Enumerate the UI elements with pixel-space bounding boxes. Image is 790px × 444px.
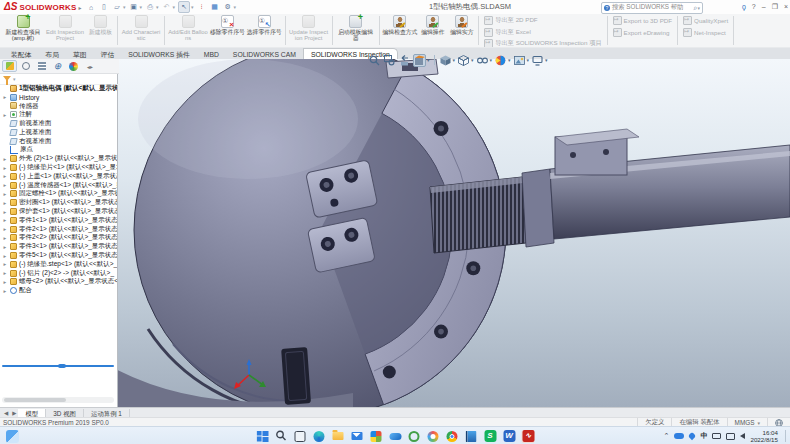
tab-scroll-right-icon[interactable]: ▶	[10, 410, 18, 416]
touch-keyboard-icon[interactable]	[712, 433, 721, 439]
options-caret-icon[interactable]: ▾	[234, 4, 237, 10]
display-style-icon[interactable]	[457, 54, 470, 67]
expand-arrow-icon[interactable]: ▸	[2, 244, 8, 250]
open-caret-icon[interactable]: ▾	[123, 4, 126, 10]
view-settings-icon[interactable]	[531, 54, 544, 67]
reader-icon[interactable]	[465, 430, 478, 443]
ribbon-button-edit-actual[interactable]: 编辑实方	[447, 14, 476, 47]
apply-scene-icon[interactable]	[513, 54, 526, 67]
tree-item[interactable]: ▸零件2<1> (默认<<默认>_显示状态<	[0, 225, 117, 234]
expand-arrow-icon[interactable]: ▸	[2, 191, 8, 197]
expand-arrow-icon[interactable]: ▸	[2, 288, 8, 294]
tree-item[interactable]: ▸外壳 (2)<1> (默认<<默认>_显示状态	[0, 154, 117, 163]
ribbon-button-edit-operations[interactable]: 编辑操作	[418, 14, 447, 47]
ribbon-button-edit-inspection-methods[interactable]: 编辑检查方式	[382, 14, 419, 47]
expand-arrow-icon[interactable]: ▸	[2, 217, 8, 223]
select-arrow-icon[interactable]: ↖	[178, 1, 190, 13]
search-icon[interactable]	[275, 430, 288, 443]
edit-appearance-icon[interactable]	[494, 54, 507, 67]
ribbon-button-remove-balloons[interactable]: 移除零件序号	[209, 14, 246, 47]
edge-icon[interactable]	[313, 430, 326, 443]
tree-item[interactable]: ▸(-) 温度传感器<1> (默认<<默认>_显	[0, 181, 117, 190]
graphics-viewport[interactable]: 35 %	[118, 59, 790, 407]
ribbon-button-launch-template-editor[interactable]: 启动模板编辑器	[335, 14, 377, 47]
tree-item[interactable]: ▸(-) 绝缘垫片<1> (默认<<默认>_显示	[0, 163, 117, 172]
qgreen-icon[interactable]	[408, 430, 421, 443]
tree-item[interactable]: ▸保护套<1> (默认<<默认>_显示状态	[0, 207, 117, 216]
widgets-icon[interactable]	[6, 430, 19, 443]
zoom-to-fit-icon[interactable]	[368, 54, 381, 67]
cast-display-icon[interactable]	[726, 433, 735, 440]
show-desktop-strip[interactable]	[785, 430, 786, 442]
tree-item[interactable]: ▸配合	[0, 286, 117, 295]
undo-caret-icon[interactable]: ▾	[173, 4, 176, 10]
minimize-icon[interactable]: –	[762, 3, 766, 10]
new-document-icon[interactable]: ▯	[99, 2, 109, 12]
tree-item[interactable]: 上视基准面	[0, 128, 117, 137]
taskbar-clock[interactable]: 16:04 2022/8/15	[750, 429, 778, 443]
save-caret-icon[interactable]: ▾	[140, 4, 143, 10]
undo-icon[interactable]: ↶	[162, 2, 172, 12]
login-person-icon[interactable]: ϙ	[742, 3, 746, 10]
expand-arrow-icon[interactable]: ▸	[2, 165, 8, 171]
tree-item[interactable]: ▸(-) 铝片 (2)<2> -> (默认<<默认>_	[0, 269, 117, 278]
tree-item[interactable]: 前视基准面	[0, 119, 117, 128]
options-gear-icon[interactable]: ⚙	[223, 2, 233, 12]
hide-show-items-icon[interactable]	[476, 54, 489, 67]
store-icon[interactable]	[370, 430, 383, 443]
taskview-icon[interactable]	[294, 430, 307, 443]
expand-arrow-icon[interactable]: ▸	[2, 279, 8, 285]
close-icon[interactable]: ×	[784, 3, 788, 10]
expand-arrow-icon[interactable]: ▸	[2, 156, 8, 162]
section-caret-icon[interactable]: ▾	[427, 57, 430, 63]
tab-property-manager[interactable]	[18, 60, 33, 72]
tree-item[interactable]: ▸零件2<2> (默认<<默认>_显示状态<	[0, 234, 117, 243]
solidworks-icon[interactable]: ∿	[522, 430, 535, 443]
start-icon[interactable]	[256, 430, 269, 443]
appearance-caret-icon[interactable]: ▾	[508, 57, 511, 63]
hide-show-caret-icon[interactable]: ▾	[490, 57, 493, 63]
panel-horizontal-scrollbar[interactable]	[2, 397, 114, 403]
expand-arrow-icon[interactable]: ▸	[2, 173, 8, 179]
print-caret-icon[interactable]: ▾	[156, 4, 159, 10]
volume-icon[interactable]	[740, 433, 745, 439]
expand-arrow-icon[interactable]: ▸	[2, 270, 8, 276]
print-icon[interactable]: ⎙	[145, 2, 155, 12]
chrome-icon[interactable]	[446, 430, 459, 443]
select-caret-icon[interactable]: ▾	[191, 4, 194, 10]
expand-arrow-icon[interactable]: ▸	[2, 112, 8, 118]
expand-arrow-icon[interactable]: ▸	[2, 253, 8, 259]
tree-item[interactable]: 1型铝轴热电偶 (默认<默认_显示状态-1>	[0, 84, 117, 93]
view-orientation-icon[interactable]	[439, 54, 452, 67]
display-style-caret-icon[interactable]: ▾	[471, 57, 474, 63]
expand-arrow-icon[interactable]: ▸	[2, 200, 8, 206]
display-settings-icon[interactable]: ▦	[210, 2, 220, 12]
ime-indicator[interactable]: 中	[700, 431, 707, 441]
expand-arrow-icon[interactable]: ▸	[2, 94, 8, 100]
scrollbar-thumb[interactable]	[4, 398, 66, 402]
ribbon-button-select-balloons[interactable]: 选择零件序号	[246, 14, 283, 47]
tree-item[interactable]: ▸History	[0, 93, 117, 102]
tree-item[interactable]: ▸零件3<1> (默认<<默认>_显示状态<	[0, 242, 117, 251]
expand-arrow-icon[interactable]: ▸	[2, 235, 8, 241]
tree-item[interactable]: ▸固定螺栓<1> (默认<<默认>_显示状	[0, 190, 117, 199]
tab-display-manager[interactable]	[66, 60, 81, 72]
search-caret-icon[interactable]: ▾	[697, 5, 700, 11]
tree-item[interactable]: ▸螺母<2> (默认<<默认>_显示状态<	[0, 278, 117, 287]
tree-item[interactable]: ▸密封圈<1> (默认<<默认>_显示状态	[0, 198, 117, 207]
tree-item[interactable]: ▸(-) 上盖<1> (默认<<默认>_显示状态	[0, 172, 117, 181]
section-view-icon[interactable]	[413, 54, 426, 67]
open-icon[interactable]: ▱	[112, 2, 122, 12]
location-pin-icon[interactable]	[688, 432, 696, 440]
tree-item[interactable]: ▸(-) 绝缘垫.step<1> (默认<<默认>_	[0, 260, 117, 269]
onedrive-icon[interactable]	[389, 430, 402, 443]
expand-arrow-icon[interactable]: ▸	[2, 182, 8, 188]
rebuild-traffic-icon[interactable]: ⁝	[197, 2, 207, 12]
tab-configuration-manager[interactable]	[34, 60, 49, 72]
donut-icon[interactable]	[427, 430, 440, 443]
restore-icon[interactable]: ❐	[772, 3, 778, 11]
home-icon[interactable]: ⌂	[86, 2, 96, 12]
tab-dimxpert-manager[interactable]: ⊕	[50, 60, 65, 72]
orientation-caret-icon[interactable]: ▾	[453, 57, 456, 63]
tab-scroll-left-icon[interactable]: ◀	[2, 410, 10, 416]
